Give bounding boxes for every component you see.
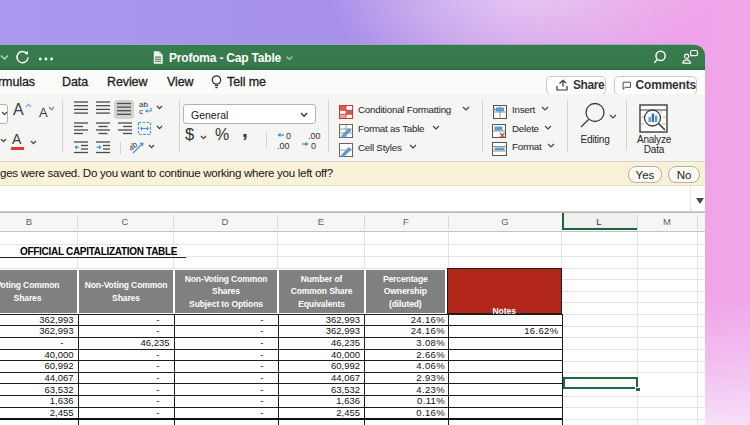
svg-text:.00: .00 bbox=[308, 131, 321, 141]
svg-text:0: 0 bbox=[286, 131, 291, 141]
svg-text:c: c bbox=[139, 107, 143, 115]
svg-text:0: 0 bbox=[311, 141, 316, 150]
svg-text:.00: .00 bbox=[277, 141, 290, 150]
